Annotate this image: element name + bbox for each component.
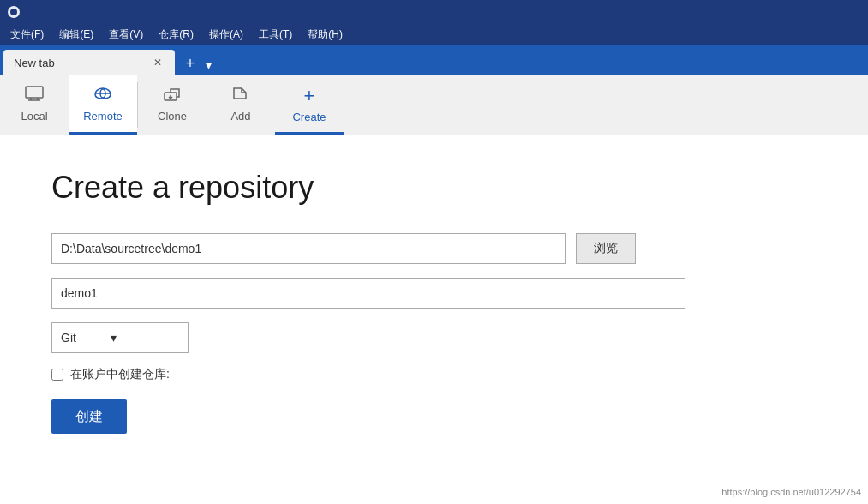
- checkbox-label: 在账户中创建仓库:: [70, 367, 170, 382]
- toolbar-add-label: Add: [230, 110, 250, 123]
- create-button[interactable]: 创建: [51, 399, 127, 434]
- name-input[interactable]: [51, 278, 685, 309]
- menu-bar: 文件(F) 编辑(E) 查看(V) 仓库(R) 操作(A) 工具(T) 帮助(H…: [0, 24, 868, 45]
- tab-dropdown-button[interactable]: ▾: [202, 55, 215, 75]
- local-icon: [24, 85, 45, 106]
- menu-action[interactable]: 操作(A): [202, 26, 250, 44]
- svg-rect-2: [26, 87, 43, 98]
- menu-view[interactable]: 查看(V): [102, 26, 150, 44]
- tab-new[interactable]: New tab ✕: [3, 50, 175, 75]
- toolbar-btn-create[interactable]: + Create: [275, 75, 344, 135]
- app-logo: [7, 5, 21, 19]
- menu-tools[interactable]: 工具(T): [252, 26, 299, 44]
- path-row: 浏览: [51, 233, 817, 264]
- toolbar-local-label: Local: [21, 110, 47, 123]
- toolbar-btn-remote[interactable]: Remote: [69, 75, 137, 135]
- tab-close-button[interactable]: ✕: [151, 56, 165, 69]
- type-select-arrow: ▾: [111, 331, 117, 345]
- add-icon: [230, 85, 251, 106]
- remote-icon: [93, 85, 113, 106]
- menu-file[interactable]: 文件(F): [3, 26, 51, 44]
- toolbar-remote-label: Remote: [83, 110, 123, 123]
- menu-edit[interactable]: 编辑(E): [52, 26, 100, 44]
- toolbar-create-label: Create: [292, 111, 326, 123]
- browse-button[interactable]: 浏览: [576, 233, 636, 264]
- create-remote-checkbox[interactable]: [51, 369, 63, 381]
- toolbar-btn-local[interactable]: Local: [0, 75, 69, 135]
- new-tab-button[interactable]: +: [178, 51, 202, 75]
- tab-label: New tab: [14, 57, 55, 69]
- type-select[interactable]: Git ▾: [51, 322, 189, 353]
- toolbar: Local Remote Clone: [0, 75, 868, 135]
- menu-repo[interactable]: 仓库(R): [152, 26, 201, 44]
- toolbar-clone-label: Clone: [158, 110, 187, 123]
- path-input[interactable]: [51, 233, 566, 264]
- name-row: [51, 278, 817, 309]
- create-icon: +: [304, 85, 315, 107]
- toolbar-btn-clone[interactable]: Clone: [138, 75, 207, 135]
- menu-help[interactable]: 帮助(H): [301, 26, 350, 44]
- page-title: Create a repository: [51, 170, 817, 206]
- type-row: Git ▾: [51, 322, 817, 353]
- title-bar: [0, 0, 868, 24]
- svg-point-1: [10, 9, 17, 15]
- type-select-value: Git: [61, 331, 76, 345]
- watermark: https://blog.csdn.net/u012292754: [721, 487, 861, 497]
- toolbar-btn-add[interactable]: Add: [207, 75, 275, 135]
- main-content: Create a repository 浏览 Git ▾ 在账户中创建仓库: 创…: [0, 135, 868, 504]
- clone-icon: [162, 85, 183, 106]
- checkbox-row: 在账户中创建仓库:: [51, 367, 817, 382]
- tab-bar: New tab ✕ + ▾: [0, 45, 868, 75]
